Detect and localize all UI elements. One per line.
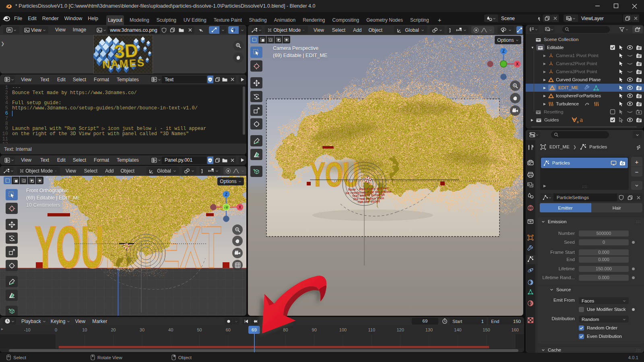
svg-text:100: 100 — [339, 327, 347, 332]
svg-text:10: 10 — [82, 327, 87, 332]
svg-text:Z: Z — [225, 192, 227, 197]
svg-text:120: 120 — [396, 327, 404, 332]
svg-text:30: 30 — [140, 327, 144, 332]
svg-text:160: 160 — [512, 327, 519, 332]
svg-text:150: 150 — [483, 327, 490, 332]
svg-text:YOU: YOU — [35, 214, 104, 280]
svg-text:20: 20 — [111, 327, 116, 332]
svg-text:130: 130 — [425, 327, 433, 332]
svg-text:140: 140 — [454, 327, 461, 332]
svg-text:-10: -10 — [24, 327, 31, 332]
svg-text:50: 50 — [197, 327, 202, 332]
svg-text:X: X — [239, 205, 242, 210]
svg-text:NAMES: NAMES — [102, 56, 144, 70]
svg-text:Z: Z — [502, 49, 505, 53]
svg-text:X: X — [516, 62, 519, 66]
svg-text:40: 40 — [168, 327, 173, 332]
svg-text:110: 110 — [368, 327, 376, 332]
svg-text:60: 60 — [226, 327, 231, 332]
svg-text:0: 0 — [55, 327, 57, 332]
svg-text:3: 3 — [577, 120, 579, 123]
svg-text:-Y: -Y — [224, 205, 228, 210]
